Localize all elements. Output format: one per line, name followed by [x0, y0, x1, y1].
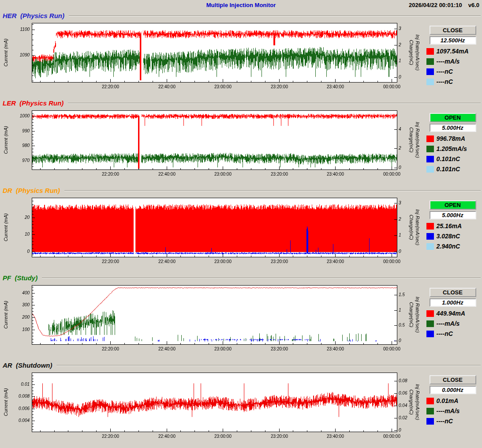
panel-ler-titlebar: LER (Physics Run): [0, 98, 482, 108]
panel-her-titlebar: HER (Physics Run): [0, 11, 482, 20]
legend-row: 449.94mA: [426, 310, 479, 317]
divider: [68, 103, 481, 104]
header-right: 2026/04/22 00:01:10v6.0: [409, 2, 479, 8]
legend-row: ----nC: [426, 418, 479, 425]
dr-current-value: 25.16mA: [437, 222, 462, 230]
pf-current-value: 449.94mA: [437, 310, 465, 317]
dr-chart: [0, 195, 423, 273]
ler-injection-rate-display: 5.000Hz: [430, 124, 476, 132]
legend-row: 1.205mA/s: [426, 145, 479, 152]
dr-controls: OPEN 5.000Hz 25.16mA 3.028nC 2.940nC: [423, 195, 482, 273]
ar-current-value: 0.01mA: [437, 397, 459, 404]
her-injection-rate-display: 12.500Hz: [430, 36, 476, 45]
panel-ler: LER (Physics Run) OPEN 5.000Hz 996.78mA …: [0, 98, 482, 186]
legend-row: 25.16mA: [426, 222, 479, 230]
legend-row: ----mA/s: [426, 58, 479, 65]
panel-pf-title: PF (Study): [3, 274, 37, 282]
legend-swatch-charge2: [426, 243, 434, 250]
legend-swatch-charge: [426, 418, 434, 425]
dr-charge-value: 3.028nC: [437, 233, 460, 240]
dr-charge2-value: 2.940nC: [437, 243, 460, 250]
divider: [56, 365, 481, 366]
legend-row: ----nC: [426, 68, 479, 75]
legend-swatch-rate: [426, 146, 434, 152]
legend-swatch-charge2: [426, 166, 434, 173]
legend-swatch-charge: [426, 233, 434, 240]
ler-chart: [0, 108, 423, 186]
her-chart-canvas: [0, 20, 423, 98]
legend-swatch-current: [426, 398, 434, 404]
dr-chart-canvas: [0, 195, 423, 273]
ar-injection-rate-display: 0.000Hz: [430, 386, 476, 394]
dr-injection-rate-display: 5.000Hz: [430, 211, 476, 219]
legend-row: 0.101nC: [426, 166, 479, 173]
panel-ar-title: AR (Shutdown): [3, 361, 52, 369]
pf-charge-value: ----nC: [437, 330, 453, 337]
divider: [64, 190, 481, 191]
panel-ar: AR (Shutdown) CLOSE 0.000Hz 0.01mA ----m…: [0, 361, 482, 448]
her-close-button[interactable]: CLOSE: [430, 26, 476, 35]
panel-ar-titlebar: AR (Shutdown): [0, 361, 482, 370]
her-controls: CLOSE 12.500Hz 1097.54mA ----mA/s ----nC…: [423, 20, 482, 98]
panel-her: HER (Physics Run) CLOSE 12.500Hz 1097.54…: [0, 11, 482, 98]
ar-close-button[interactable]: CLOSE: [430, 375, 476, 384]
ar-chart-canvas: [0, 370, 423, 448]
ler-controls: OPEN 5.000Hz 996.78mA 1.205mA/s 0.101nC …: [423, 108, 482, 186]
version-label: v6.0: [468, 2, 479, 8]
legend-swatch-current: [426, 310, 434, 317]
legend-swatch-current: [426, 136, 434, 142]
her-rate-value: ----mA/s: [437, 58, 460, 65]
legend-row: 996.78mA: [426, 135, 479, 142]
legend-swatch-charge: [426, 68, 434, 75]
legend-row: ----nC: [426, 330, 479, 337]
ler-open-button[interactable]: OPEN: [430, 113, 476, 122]
her-chart: [0, 20, 423, 98]
legend-row: 3.028nC: [426, 233, 479, 240]
pf-chart: [0, 282, 423, 361]
her-charge-value: ----nC: [437, 68, 453, 75]
legend-swatch-current: [426, 48, 434, 55]
panel-pf-titlebar: PF (Study): [0, 273, 482, 282]
legend-row: 2.940nC: [426, 243, 479, 250]
pf-controls: CLOSE 1.000Hz 449.94mA ----mA/s ----nC: [423, 282, 482, 361]
divider: [69, 15, 481, 16]
panel-dr-titlebar: DR (Physics Run): [0, 186, 482, 195]
pf-chart-canvas: [0, 282, 423, 361]
panel-her-title: HER (Physics Run): [3, 12, 64, 19]
app-header: Multiple Injection Monitor 2026/04/22 00…: [0, 0, 482, 11]
panel-dr-title: DR (Physics Run): [3, 187, 60, 194]
panel-pf: PF (Study) CLOSE 1.000Hz 449.94mA ----mA…: [0, 273, 482, 361]
legend-row: 0.01mA: [426, 397, 479, 404]
legend-swatch-current: [426, 223, 434, 230]
legend-row: ----mA/s: [426, 407, 479, 414]
ar-controls: CLOSE 0.000Hz 0.01mA ----mA/s ----nC: [423, 370, 482, 448]
legend-swatch-charge: [426, 331, 434, 337]
legend-swatch-rate: [426, 320, 434, 327]
dr-open-button[interactable]: OPEN: [430, 200, 476, 210]
her-current-value: 1097.54mA: [437, 48, 469, 55]
ler-charge2-value: 0.101nC: [437, 166, 460, 173]
divider: [42, 278, 481, 279]
legend-row: 1097.54mA: [426, 48, 479, 55]
panel-ler-title: LER (Physics Run): [3, 99, 64, 107]
datetime-display: 2026/04/22 00:01:10: [409, 2, 462, 8]
legend-swatch-rate: [426, 58, 434, 65]
legend-row: ----mA/s: [426, 320, 479, 327]
ar-chart: [0, 370, 423, 448]
legend-swatch-rate: [426, 408, 434, 414]
panel-dr: DR (Physics Run) OPEN 5.000Hz 25.16mA 3.…: [0, 186, 482, 273]
ler-charge-value: 0.101nC: [437, 155, 460, 162]
ler-rate-value: 1.205mA/s: [437, 145, 467, 152]
ar-charge-value: ----nC: [437, 418, 453, 425]
pf-close-button[interactable]: CLOSE: [430, 288, 476, 297]
ler-current-value: 996.78mA: [437, 135, 465, 142]
legend-row: ----nC: [426, 78, 479, 85]
legend-swatch-charge2: [426, 79, 434, 85]
ar-rate-value: ----mA/s: [437, 407, 460, 414]
ler-chart-canvas: [0, 108, 423, 186]
pf-rate-value: ----mA/s: [437, 320, 460, 327]
legend-swatch-charge: [426, 156, 434, 162]
her-charge2-value: ----nC: [437, 78, 453, 85]
pf-injection-rate-display: 1.000Hz: [430, 298, 476, 307]
legend-row: 0.101nC: [426, 155, 479, 162]
